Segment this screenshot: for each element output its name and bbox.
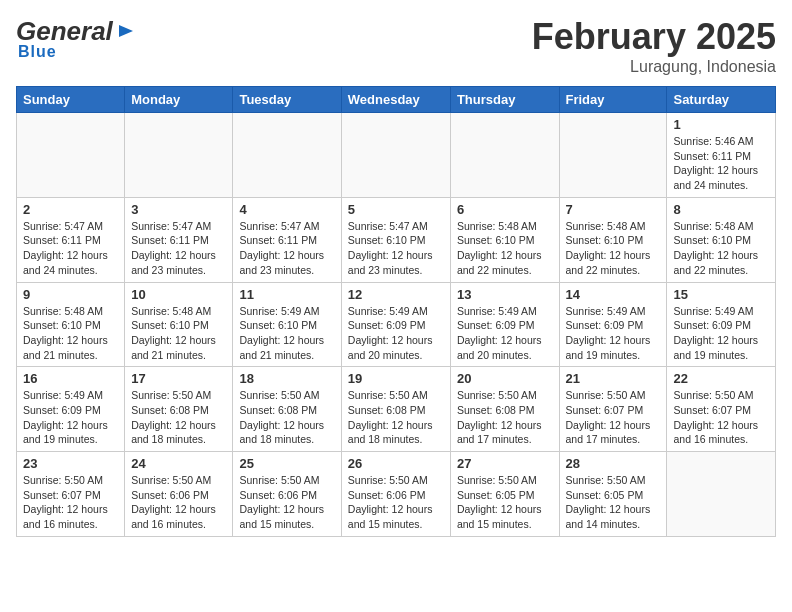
- day-number: 15: [673, 287, 769, 302]
- col-header-thursday: Thursday: [450, 87, 559, 113]
- calendar-cell: 12Sunrise: 5:49 AM Sunset: 6:09 PM Dayli…: [341, 282, 450, 367]
- day-info: Sunrise: 5:49 AM Sunset: 6:09 PM Dayligh…: [23, 388, 118, 447]
- calendar-table: SundayMondayTuesdayWednesdayThursdayFrid…: [16, 86, 776, 537]
- month-title: February 2025: [532, 16, 776, 58]
- calendar-cell: 14Sunrise: 5:49 AM Sunset: 6:09 PM Dayli…: [559, 282, 667, 367]
- day-info: Sunrise: 5:48 AM Sunset: 6:10 PM Dayligh…: [673, 219, 769, 278]
- calendar-cell: 10Sunrise: 5:48 AM Sunset: 6:10 PM Dayli…: [125, 282, 233, 367]
- day-info: Sunrise: 5:50 AM Sunset: 6:05 PM Dayligh…: [457, 473, 553, 532]
- day-info: Sunrise: 5:50 AM Sunset: 6:06 PM Dayligh…: [348, 473, 444, 532]
- day-info: Sunrise: 5:50 AM Sunset: 6:06 PM Dayligh…: [131, 473, 226, 532]
- day-number: 25: [239, 456, 334, 471]
- day-number: 26: [348, 456, 444, 471]
- day-info: Sunrise: 5:49 AM Sunset: 6:10 PM Dayligh…: [239, 304, 334, 363]
- day-info: Sunrise: 5:50 AM Sunset: 6:05 PM Dayligh…: [566, 473, 661, 532]
- day-info: Sunrise: 5:50 AM Sunset: 6:07 PM Dayligh…: [23, 473, 118, 532]
- day-info: Sunrise: 5:50 AM Sunset: 6:07 PM Dayligh…: [673, 388, 769, 447]
- col-header-saturday: Saturday: [667, 87, 776, 113]
- day-number: 19: [348, 371, 444, 386]
- col-header-tuesday: Tuesday: [233, 87, 341, 113]
- day-number: 1: [673, 117, 769, 132]
- day-info: Sunrise: 5:49 AM Sunset: 6:09 PM Dayligh…: [673, 304, 769, 363]
- day-info: Sunrise: 5:49 AM Sunset: 6:09 PM Dayligh…: [348, 304, 444, 363]
- calendar-cell: 8Sunrise: 5:48 AM Sunset: 6:10 PM Daylig…: [667, 197, 776, 282]
- day-info: Sunrise: 5:50 AM Sunset: 6:08 PM Dayligh…: [239, 388, 334, 447]
- logo: General Blue: [16, 16, 135, 61]
- day-info: Sunrise: 5:48 AM Sunset: 6:10 PM Dayligh…: [566, 219, 661, 278]
- day-number: 2: [23, 202, 118, 217]
- calendar-cell: 28Sunrise: 5:50 AM Sunset: 6:05 PM Dayli…: [559, 452, 667, 537]
- title-block: February 2025 Luragung, Indonesia: [532, 16, 776, 76]
- day-info: Sunrise: 5:50 AM Sunset: 6:06 PM Dayligh…: [239, 473, 334, 532]
- calendar-cell: 7Sunrise: 5:48 AM Sunset: 6:10 PM Daylig…: [559, 197, 667, 282]
- col-header-friday: Friday: [559, 87, 667, 113]
- logo-blue-text: Blue: [16, 43, 57, 61]
- calendar-cell: 4Sunrise: 5:47 AM Sunset: 6:11 PM Daylig…: [233, 197, 341, 282]
- day-number: 12: [348, 287, 444, 302]
- day-number: 11: [239, 287, 334, 302]
- day-number: 22: [673, 371, 769, 386]
- page-header: General Blue February 2025 Luragung, Ind…: [16, 16, 776, 76]
- calendar-header-row: SundayMondayTuesdayWednesdayThursdayFrid…: [17, 87, 776, 113]
- calendar-cell: 5Sunrise: 5:47 AM Sunset: 6:10 PM Daylig…: [341, 197, 450, 282]
- day-info: Sunrise: 5:46 AM Sunset: 6:11 PM Dayligh…: [673, 134, 769, 193]
- calendar-cell: [233, 113, 341, 198]
- calendar-week-row: 2Sunrise: 5:47 AM Sunset: 6:11 PM Daylig…: [17, 197, 776, 282]
- calendar-cell: 27Sunrise: 5:50 AM Sunset: 6:05 PM Dayli…: [450, 452, 559, 537]
- calendar-cell: 15Sunrise: 5:49 AM Sunset: 6:09 PM Dayli…: [667, 282, 776, 367]
- calendar-cell: 24Sunrise: 5:50 AM Sunset: 6:06 PM Dayli…: [125, 452, 233, 537]
- calendar-week-row: 23Sunrise: 5:50 AM Sunset: 6:07 PM Dayli…: [17, 452, 776, 537]
- day-number: 20: [457, 371, 553, 386]
- calendar-cell: [125, 113, 233, 198]
- calendar-cell: 26Sunrise: 5:50 AM Sunset: 6:06 PM Dayli…: [341, 452, 450, 537]
- calendar-cell: 22Sunrise: 5:50 AM Sunset: 6:07 PM Dayli…: [667, 367, 776, 452]
- calendar-cell: 19Sunrise: 5:50 AM Sunset: 6:08 PM Dayli…: [341, 367, 450, 452]
- day-number: 6: [457, 202, 553, 217]
- day-info: Sunrise: 5:48 AM Sunset: 6:10 PM Dayligh…: [131, 304, 226, 363]
- calendar-cell: 3Sunrise: 5:47 AM Sunset: 6:11 PM Daylig…: [125, 197, 233, 282]
- calendar-cell: 25Sunrise: 5:50 AM Sunset: 6:06 PM Dayli…: [233, 452, 341, 537]
- calendar-cell: [667, 452, 776, 537]
- day-number: 23: [23, 456, 118, 471]
- calendar-cell: [450, 113, 559, 198]
- day-info: Sunrise: 5:47 AM Sunset: 6:10 PM Dayligh…: [348, 219, 444, 278]
- calendar-cell: 1Sunrise: 5:46 AM Sunset: 6:11 PM Daylig…: [667, 113, 776, 198]
- day-number: 16: [23, 371, 118, 386]
- day-info: Sunrise: 5:48 AM Sunset: 6:10 PM Dayligh…: [23, 304, 118, 363]
- day-number: 17: [131, 371, 226, 386]
- calendar-cell: [559, 113, 667, 198]
- day-info: Sunrise: 5:49 AM Sunset: 6:09 PM Dayligh…: [457, 304, 553, 363]
- calendar-cell: 23Sunrise: 5:50 AM Sunset: 6:07 PM Dayli…: [17, 452, 125, 537]
- day-number: 21: [566, 371, 661, 386]
- calendar-cell: [17, 113, 125, 198]
- calendar-week-row: 9Sunrise: 5:48 AM Sunset: 6:10 PM Daylig…: [17, 282, 776, 367]
- calendar-cell: [341, 113, 450, 198]
- day-number: 24: [131, 456, 226, 471]
- day-number: 14: [566, 287, 661, 302]
- day-info: Sunrise: 5:47 AM Sunset: 6:11 PM Dayligh…: [239, 219, 334, 278]
- col-header-sunday: Sunday: [17, 87, 125, 113]
- day-number: 13: [457, 287, 553, 302]
- calendar-cell: 21Sunrise: 5:50 AM Sunset: 6:07 PM Dayli…: [559, 367, 667, 452]
- day-info: Sunrise: 5:50 AM Sunset: 6:08 PM Dayligh…: [457, 388, 553, 447]
- day-number: 7: [566, 202, 661, 217]
- day-info: Sunrise: 5:47 AM Sunset: 6:11 PM Dayligh…: [23, 219, 118, 278]
- calendar-cell: 13Sunrise: 5:49 AM Sunset: 6:09 PM Dayli…: [450, 282, 559, 367]
- day-number: 28: [566, 456, 661, 471]
- col-header-monday: Monday: [125, 87, 233, 113]
- calendar-cell: 18Sunrise: 5:50 AM Sunset: 6:08 PM Dayli…: [233, 367, 341, 452]
- day-info: Sunrise: 5:47 AM Sunset: 6:11 PM Dayligh…: [131, 219, 226, 278]
- calendar-cell: 11Sunrise: 5:49 AM Sunset: 6:10 PM Dayli…: [233, 282, 341, 367]
- calendar-week-row: 1Sunrise: 5:46 AM Sunset: 6:11 PM Daylig…: [17, 113, 776, 198]
- svg-marker-0: [119, 25, 133, 37]
- calendar-cell: 2Sunrise: 5:47 AM Sunset: 6:11 PM Daylig…: [17, 197, 125, 282]
- day-info: Sunrise: 5:50 AM Sunset: 6:08 PM Dayligh…: [131, 388, 226, 447]
- day-number: 4: [239, 202, 334, 217]
- location: Luragung, Indonesia: [532, 58, 776, 76]
- logo-icon: [115, 21, 135, 41]
- day-number: 18: [239, 371, 334, 386]
- day-number: 3: [131, 202, 226, 217]
- calendar-cell: 6Sunrise: 5:48 AM Sunset: 6:10 PM Daylig…: [450, 197, 559, 282]
- day-number: 10: [131, 287, 226, 302]
- day-number: 5: [348, 202, 444, 217]
